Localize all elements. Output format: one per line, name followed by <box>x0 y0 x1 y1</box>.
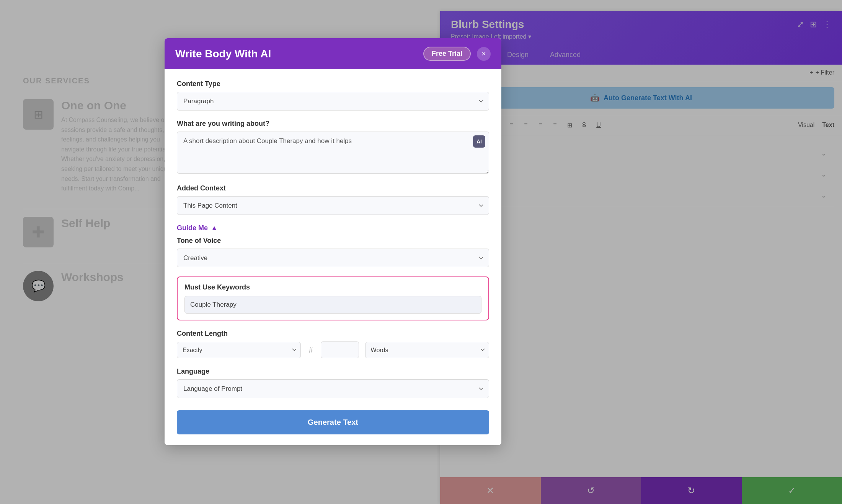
guide-me-link[interactable]: Guide Me <box>177 224 208 232</box>
tone-of-voice-label: Tone of Voice <box>177 237 489 245</box>
ai-modal-title: Write Body With AI <box>175 48 271 60</box>
tone-of-voice-group: Tone of Voice Creative <box>177 237 489 267</box>
ai-modal-body: Content Type Paragraph What are you writ… <box>165 69 501 445</box>
content-length-group: Content Length Exactly # Words <box>177 330 489 358</box>
length-number-input[interactable] <box>321 341 359 358</box>
unit-select[interactable]: Words <box>365 342 489 358</box>
content-type-group: Content Type Paragraph <box>177 80 489 111</box>
keywords-section: Must Use Keywords <box>177 276 489 320</box>
free-trial-badge: Free Trial <box>423 47 471 61</box>
added-context-label: Added Context <box>177 184 489 192</box>
ai-badge: AI <box>473 135 485 148</box>
guide-me-arrow-icon: ▲ <box>211 224 218 232</box>
keywords-label: Must Use Keywords <box>184 283 481 291</box>
ai-modal-header: Write Body With AI Free Trial × <box>165 38 501 69</box>
guide-me-row: Guide Me ▲ <box>177 224 489 232</box>
added-context-select[interactable]: This Page Content <box>177 196 489 215</box>
content-type-select[interactable]: Paragraph <box>177 92 489 111</box>
close-button[interactable]: × <box>477 47 491 61</box>
keywords-input[interactable] <box>184 296 481 314</box>
ai-modal: Write Body With AI Free Trial × Content … <box>165 38 501 445</box>
added-context-group: Added Context This Page Content <box>177 184 489 215</box>
ai-modal-header-right: Free Trial × <box>423 47 491 61</box>
writing-about-label: What are you writing about? <box>177 120 489 128</box>
textarea-wrapper: AI <box>177 132 489 175</box>
language-select[interactable]: Language of Prompt <box>177 379 489 398</box>
generate-text-button[interactable]: Generate Text <box>177 410 489 434</box>
content-length-label: Content Length <box>177 330 489 338</box>
quantity-select[interactable]: Exactly <box>177 342 301 358</box>
writing-about-group: What are you writing about? AI <box>177 120 489 175</box>
hash-symbol: # <box>307 346 314 354</box>
content-length-controls: Exactly # Words <box>177 341 489 358</box>
language-group: Language Language of Prompt <box>177 367 489 398</box>
tone-of-voice-select[interactable]: Creative <box>177 249 489 267</box>
content-type-label: Content Type <box>177 80 489 88</box>
language-label: Language <box>177 367 489 376</box>
writing-about-textarea[interactable] <box>177 132 489 174</box>
